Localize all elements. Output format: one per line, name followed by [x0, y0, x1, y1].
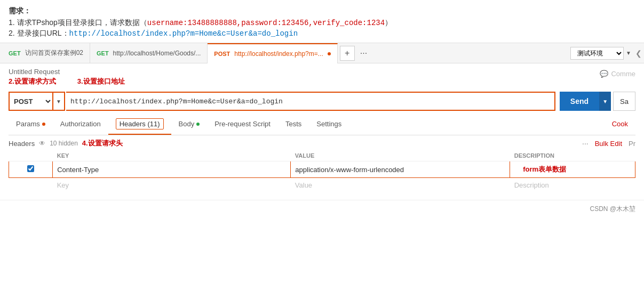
form-data-note: form表单数据: [523, 165, 566, 173]
tabs-nav: Params Authorization Headers (11) Body P…: [9, 114, 635, 135]
tab-dots[interactable]: ···: [358, 48, 369, 58]
annotation-method: 2.设置请求方式: [9, 77, 56, 86]
request-area: Untitled Request 2.设置请求方式 3.设置接口地址 💬 Com…: [0, 63, 644, 200]
method-select[interactable]: POST GET PUT DELETE: [9, 92, 53, 111]
content-type-checkbox[interactable]: [27, 165, 34, 172]
tab-item-3[interactable]: POST http://localhost/index.php?m=...: [208, 43, 337, 63]
table-three-dots[interactable]: ···: [582, 139, 589, 148]
annotation-4: 4.设置请求头: [82, 139, 123, 148]
line2-url: http://localhost/index.php?m=Home&c=User…: [69, 29, 298, 38]
tab2-label: http://localhost/Home/Goods/...: [113, 50, 201, 57]
tab3-label: http://localhost/index.php?m=...: [234, 50, 323, 58]
tab2-method: GET: [97, 50, 109, 56]
line2: 2. 登录接口URL：http://localhost/index.php?m=…: [9, 29, 635, 38]
url-bar: POST GET PUT DELETE ▼ Send ▼ Sa: [9, 92, 635, 111]
request-title: Untitled Request: [9, 68, 125, 76]
line1-prefix: 1. 请求TPshop项目登录接口，请求数据（: [9, 18, 147, 27]
tab3-dot: [328, 52, 331, 55]
row-description: form表单数据: [510, 161, 635, 178]
comment-label: Comme: [611, 70, 635, 78]
footer-text: CSDN @木木堃: [590, 205, 635, 213]
pr-label: Pr: [629, 140, 635, 148]
method-dropdown-button[interactable]: ▼: [53, 92, 65, 111]
tab1-label: 访问首页保存案例02: [25, 48, 83, 58]
headers-label: Headers: [9, 140, 35, 148]
table-row: Content-Type application/x-www-form-urle…: [9, 161, 635, 178]
body-label: Body: [179, 120, 195, 128]
annotation-url: 3.设置接口地址: [77, 77, 125, 86]
tab-item-1[interactable]: GET 访问首页保存案例02: [2, 43, 90, 63]
env-chevron-icon: ▼: [626, 50, 631, 56]
add-tab-button[interactable]: +: [340, 46, 355, 61]
eye-icon: 👁: [39, 140, 45, 147]
row-checkbox[interactable]: [9, 161, 53, 178]
tab-nav-params[interactable]: Params: [9, 116, 53, 133]
kv-table: KEY VALUE DESCRIPTION Content-Type appli…: [9, 150, 635, 192]
params-dot: [42, 123, 45, 126]
sidebar-toggle-icon[interactable]: ❮: [635, 49, 642, 58]
line1-code: username:13488888888,password:123456,ver…: [147, 19, 385, 27]
settings-label: Settings: [316, 120, 341, 128]
send-button[interactable]: Send: [560, 92, 599, 111]
line1: 1. 请求TPshop项目登录接口，请求数据（username:13488888…: [9, 18, 635, 28]
footer: CSDN @木木堃: [0, 200, 644, 218]
comment-icon: 💬: [600, 70, 608, 78]
tests-label: Tests: [285, 120, 301, 128]
headers-section: Headers 👁 10 hidden 4.设置请求头 ··· Bulk Edi…: [9, 135, 635, 196]
empty-value: Value: [291, 178, 510, 193]
tab-bar: GET 访问首页保存案例02 GET http://localhost/Home…: [0, 43, 644, 63]
tab1-method: GET: [9, 50, 21, 56]
tab3-method: POST: [214, 51, 230, 57]
annotation-row: 2.设置请求方式 3.设置接口地址: [9, 77, 125, 86]
top-section: 需求： 1. 请求TPshop项目登录接口，请求数据（username:1348…: [0, 0, 644, 43]
requirement-label: 需求：: [9, 6, 635, 16]
cookies-link[interactable]: Cook: [605, 116, 635, 133]
headers-tab-label: Headers (11): [116, 118, 164, 129]
bulk-edit-link[interactable]: Bulk Edit: [595, 140, 622, 148]
tab-nav-body[interactable]: Body: [171, 116, 208, 133]
empty-key[interactable]: Key: [53, 178, 291, 193]
comment-area: 💬 Comme: [600, 70, 635, 78]
tab-item-2[interactable]: GET http://localhost/Home/Goods/...: [90, 43, 208, 63]
headers-row: Headers 👁 10 hidden 4.设置请求头 ··· Bulk Edi…: [9, 139, 635, 148]
col-description: DESCRIPTION: [510, 150, 635, 161]
hidden-count: 10 hidden: [50, 140, 78, 147]
authorization-label: Authorization: [60, 120, 101, 128]
cookies-label: Cook: [612, 120, 628, 128]
body-dot: [196, 123, 200, 126]
row-key: Content-Type: [53, 161, 291, 178]
send-dropdown-button[interactable]: ▼: [599, 92, 611, 111]
col-value: VALUE: [291, 150, 510, 161]
url-input[interactable]: [66, 92, 555, 111]
save-button[interactable]: Sa: [613, 92, 635, 111]
tab-nav-settings[interactable]: Settings: [309, 116, 349, 133]
tab-nav-headers[interactable]: Headers (11): [108, 114, 171, 135]
tab-nav-authorization[interactable]: Authorization: [53, 116, 108, 133]
empty-description: Description: [510, 178, 635, 193]
line1-suffix: ）: [385, 18, 392, 27]
params-label: Params: [16, 120, 40, 128]
tab-nav-pre-request[interactable]: Pre-request Script: [207, 116, 278, 133]
line2-prefix: 2. 登录接口URL：: [9, 29, 69, 37]
empty-row: Key Value Description: [9, 178, 635, 193]
pre-request-label: Pre-request Script: [214, 120, 271, 128]
col-key: KEY: [53, 150, 291, 161]
tab-nav-tests[interactable]: Tests: [278, 116, 309, 133]
col-checkbox: [9, 150, 53, 161]
row-value: application/x-www-form-urlencoded: [291, 161, 510, 178]
environment-select[interactable]: 测试环境: [570, 47, 624, 60]
